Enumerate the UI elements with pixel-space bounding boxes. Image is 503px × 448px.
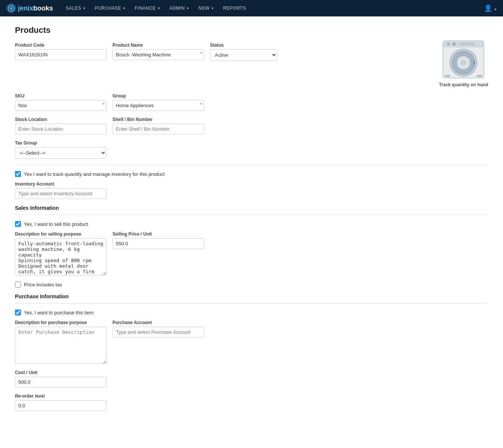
purchase-item-checkbox[interactable] [15, 309, 21, 315]
sales-section-header: Sales Information [15, 205, 488, 211]
track-inventory-checkbox-label: Yes I want to track quantity and manage … [24, 171, 165, 177]
product-image [441, 39, 486, 80]
shelf-bin-group: Shelf / Bin Number [112, 117, 204, 134]
shelf-bin-input[interactable] [112, 124, 204, 134]
cost-unit-label: Cost / Unit [15, 370, 488, 375]
track-inventory-row: Yes I want to track quantity and manage … [15, 171, 488, 177]
svg-rect-14 [476, 75, 482, 77]
desc-purchase-label: Description for purchase purpose [15, 320, 107, 325]
purchase-checkbox-row: Yes, I want to purchase this item [15, 309, 488, 315]
desc-selling-textarea[interactable]: Fully-automatic front-loading washing ma… [15, 238, 107, 276]
track-inventory-checkbox[interactable] [15, 171, 21, 177]
status-label: Status [210, 43, 277, 48]
new-caret-icon: ▼ [211, 7, 214, 10]
product-name-label: Product Name [112, 43, 204, 48]
tax-group-select[interactable]: <--Select--> [15, 147, 107, 159]
sku-input[interactable] [15, 100, 107, 111]
group-group: Group * [112, 93, 204, 111]
logo-text: jenixbooks [18, 4, 53, 12]
user-menu[interactable]: 👤 ▼ [484, 4, 497, 12]
purchase-item-label: Yes, I want to purchase this item [24, 310, 94, 315]
product-code-group: Product Code [15, 43, 107, 61]
purchase-desc-account-row: Description for purchase purpose Purchas… [15, 320, 488, 364]
divider-2 [15, 215, 488, 215]
inventory-account-input[interactable] [15, 188, 107, 199]
inventory-account-label: Inventory Account [15, 181, 488, 187]
reorder-input[interactable] [15, 400, 107, 411]
status-group: Status Active Inactive [210, 43, 277, 61]
product-image-area: Track quantity on hand [439, 39, 488, 87]
navbar: jenixbooks SALES ▼ PURCHASE ▼ FINANCE ▼ … [0, 0, 503, 16]
purchase-account-label: Purchase Account [112, 320, 204, 325]
nav-sales[interactable]: SALES ▼ [62, 4, 90, 12]
selling-price-label: Selling Price / Unit [112, 231, 204, 237]
group-label: Group [112, 93, 204, 99]
purchase-account-input[interactable] [112, 327, 204, 337]
nav-admin[interactable]: ADMIN ▼ [166, 4, 193, 12]
divider-3 [15, 303, 488, 304]
stock-location-label: Stock Location [15, 117, 107, 122]
stock-location-input[interactable] [15, 124, 107, 134]
divider-1 [15, 165, 488, 165]
stock-shelf-row: Stock Location Shelf / Bin Number [15, 117, 488, 134]
page-title: Products [15, 25, 488, 35]
inventory-account-group: Inventory Account [15, 181, 488, 199]
nav-links: SALES ▼ PURCHASE ▼ FINANCE ▼ ADMIN ▼ NEW… [62, 4, 484, 12]
price-includes-tax-checkbox[interactable] [15, 281, 21, 287]
tax-group-group: Tax Group <--Select--> [15, 140, 107, 159]
desc-purchase-group: Description for purchase purpose [15, 320, 107, 364]
desc-purchase-textarea[interactable] [15, 327, 107, 364]
sell-product-label: Yes, I want to sell this product [24, 221, 88, 227]
selling-desc-price-row: Description for selling purpose Fully-au… [15, 231, 488, 276]
shelf-bin-label: Shelf / Bin Number [112, 117, 204, 122]
cost-unit-input[interactable] [15, 377, 107, 388]
svg-point-2 [10, 7, 12, 9]
desc-selling-label: Description for selling purpose [15, 231, 107, 237]
purchase-section-header: Purchase Information [15, 293, 488, 299]
sell-checkbox-row: Yes, I want to sell this product [15, 221, 488, 227]
reorder-group: Re-order level [15, 393, 488, 411]
admin-caret-icon: ▼ [186, 7, 189, 10]
user-caret-icon: ▼ [494, 8, 497, 11]
logo[interactable]: jenixbooks [6, 3, 53, 13]
selling-price-input[interactable] [112, 238, 204, 249]
stock-location-group: Stock Location [15, 117, 107, 134]
sku-group-row: SKU * Group * [15, 93, 488, 111]
sku-label: SKU [15, 93, 107, 99]
price-tax-row: Price includes tax [15, 281, 488, 287]
svg-rect-13 [445, 75, 450, 77]
svg-point-12 [460, 60, 466, 66]
product-code-input[interactable] [15, 49, 107, 60]
sales-caret-icon: ▼ [83, 7, 86, 10]
sku-group: SKU * [15, 93, 107, 111]
group-input[interactable] [112, 100, 204, 111]
desc-selling-group: Description for selling purpose Fully-au… [15, 231, 107, 276]
svg-point-5 [447, 43, 450, 46]
sell-product-checkbox[interactable] [15, 221, 21, 227]
cost-unit-group: Cost / Unit [15, 370, 488, 388]
purchase-account-group: Purchase Account [112, 320, 204, 337]
product-name-group: Product Name * [112, 43, 204, 61]
nav-purchase[interactable]: PURCHASE ▼ [91, 4, 130, 12]
purchase-caret-icon: ▼ [123, 7, 126, 10]
nav-reports[interactable]: REPORTS [219, 4, 250, 12]
page-content: Products Product Code Product Name * Sta… [0, 16, 503, 448]
tax-group-row: Tax Group <--Select--> [15, 140, 488, 159]
finance-caret-icon: ▼ [157, 7, 160, 10]
selling-price-group: Selling Price / Unit [112, 231, 204, 249]
user-icon: 👤 [484, 4, 492, 12]
product-code-label: Product Code [15, 43, 107, 48]
track-qty-label: Track quantity on hand [439, 82, 488, 87]
logo-icon [6, 3, 16, 13]
product-name-input[interactable] [112, 49, 204, 60]
reorder-label: Re-order level [15, 393, 488, 399]
price-includes-tax-label: Price includes tax [24, 282, 62, 287]
svg-point-6 [453, 43, 456, 46]
nav-new[interactable]: NEW ▼ [195, 4, 218, 12]
status-select[interactable]: Active Inactive [210, 49, 277, 61]
nav-finance[interactable]: FINANCE ▼ [131, 4, 164, 12]
tax-group-label: Tax Group [15, 140, 107, 146]
svg-rect-7 [460, 43, 475, 46]
